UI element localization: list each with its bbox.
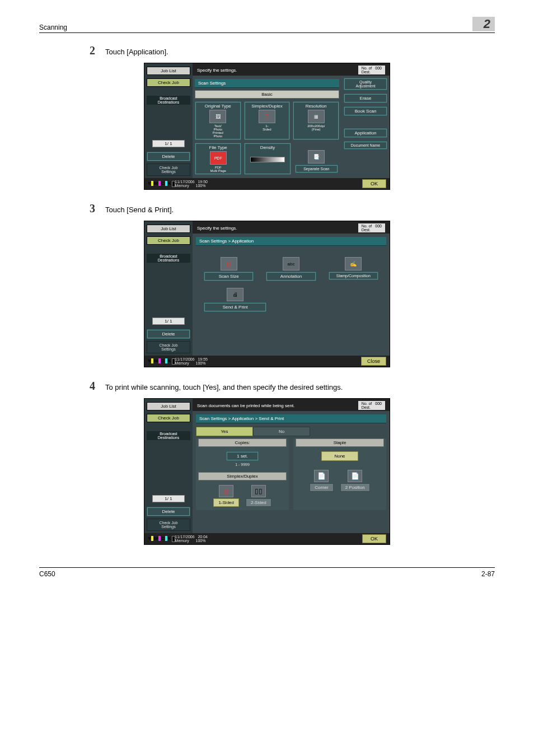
footer-page-number: 2-87 (481, 570, 495, 578)
tab-basic[interactable]: Basic (195, 90, 339, 99)
document-name-button[interactable]: Document Name (344, 141, 387, 150)
dest-count: No. of Dest.000 (358, 223, 385, 232)
job-list-button[interactable]: Job List (147, 225, 190, 233)
toner-levels: Y M C K (148, 181, 175, 187)
panel-title: Specify the settings. (197, 68, 237, 73)
toner-levels: Y M C K (148, 358, 175, 365)
job-list-button[interactable]: Job List (147, 402, 190, 410)
delete-button[interactable]: Delete (147, 152, 190, 161)
application-button[interactable]: Application (344, 128, 387, 138)
simplex-duplex-label: Simplex/Duplex (198, 472, 287, 480)
step-text: To print while scanning, touch [Yes], an… (105, 380, 495, 393)
screenshot-scan-settings: Job List Check Job Broadcast Destination… (144, 63, 390, 190)
dest-count: No. of Dest.000 (358, 66, 385, 74)
breadcrumb: Scan Settings > Application > Send & Pri… (196, 414, 386, 423)
simplex-duplex-button[interactable]: Simplex/Duplex ▯ 1- Sided (244, 101, 291, 140)
density-button[interactable]: Density (244, 143, 291, 175)
stamp-composition-button[interactable]: Stamp/Composition (329, 272, 378, 280)
book-scan-button[interactable]: Book Scan (344, 106, 387, 116)
resolution-button[interactable]: Resolution ▦ 200x200dpi (Fine) (293, 101, 339, 140)
check-job-button[interactable]: Check Job (147, 414, 190, 422)
delete-button[interactable]: Delete (147, 329, 190, 339)
file-type-button[interactable]: File Type PDF PDF Multi Page (195, 143, 241, 175)
separate-scan-button[interactable]: Separate Scan (295, 165, 338, 173)
header-section-title: Scanning (39, 24, 67, 31)
annotation-button[interactable]: Annotation (266, 272, 316, 281)
copies-range: 1 - 9999 (198, 463, 287, 466)
breadcrumb: Scan Settings > Application (196, 237, 386, 246)
header-chapter-number: 2 (472, 17, 495, 31)
send-and-print-button[interactable]: Send & Print (204, 302, 266, 312)
staple-label: Staple (296, 438, 384, 447)
panel-title: Scan documents can be printed while bein… (197, 403, 294, 408)
step-number: 4 (39, 380, 105, 393)
check-job-button[interactable]: Check Job (147, 78, 190, 87)
ok-button[interactable]: OK (362, 179, 386, 188)
staple-2position-button[interactable]: 2 Position (340, 483, 370, 492)
delete-button[interactable]: Delete (147, 507, 190, 516)
quality-adjustment-button[interactable]: Quality Adjustment (344, 78, 387, 90)
breadcrumb: Scan Settings (195, 79, 339, 88)
dest-count: No. of Dest.000 (358, 401, 385, 410)
check-job-settings-button[interactable]: Check Job Settings (147, 519, 190, 531)
broadcast-destinations-label: Broadcast Destinations (147, 431, 190, 440)
original-type-button[interactable]: Original Type 🖼 Text/ Photo Printed Phot… (195, 101, 241, 140)
close-button[interactable]: Close (361, 357, 386, 366)
footer-model: C650 (39, 570, 55, 578)
scan-size-button[interactable]: Scan Size (204, 272, 254, 281)
no-tab[interactable]: No (253, 427, 310, 436)
broadcast-destinations-label: Broadcast Destinations (147, 254, 190, 263)
check-job-settings-button[interactable]: Check Job Settings (147, 164, 190, 176)
pager: 1/ 1 (152, 495, 185, 502)
screenshot-send-and-print: Job List Check Job Broadcast Destination… (144, 398, 390, 545)
screenshot-application-menu: Job List Check Job Broadcast Destination… (144, 221, 390, 367)
staple-corner-button[interactable]: Corner (310, 483, 333, 492)
panel-title: Specify the settings. (197, 226, 237, 231)
staple-none-button[interactable]: None (321, 451, 358, 461)
one-sided-button[interactable]: 1-Sided (213, 498, 239, 507)
job-list-button[interactable]: Job List (147, 67, 190, 75)
broadcast-destinations-label: Broadcast Destinations (147, 96, 190, 105)
pager: 1/ 1 (152, 140, 185, 147)
step-text: Touch [Send & Print]. (105, 202, 495, 215)
step-number: 3 (39, 202, 105, 215)
ok-button[interactable]: OK (362, 534, 386, 543)
check-job-settings-button[interactable]: Check Job Settings (147, 341, 190, 353)
yes-tab[interactable]: Yes (196, 427, 253, 436)
toner-levels: Y M C K (148, 536, 175, 542)
step-number: 2 (39, 44, 105, 57)
erase-button[interactable]: Erase (344, 94, 387, 103)
copies-value[interactable]: 1 set. (226, 451, 259, 461)
pager: 1/ 1 (152, 318, 185, 325)
step-text: Touch [Application]. (105, 44, 495, 57)
check-job-button[interactable]: Check Job (147, 236, 190, 245)
two-sided-button[interactable]: 2-Sided (246, 498, 271, 507)
copies-label: Copies: (198, 438, 287, 447)
